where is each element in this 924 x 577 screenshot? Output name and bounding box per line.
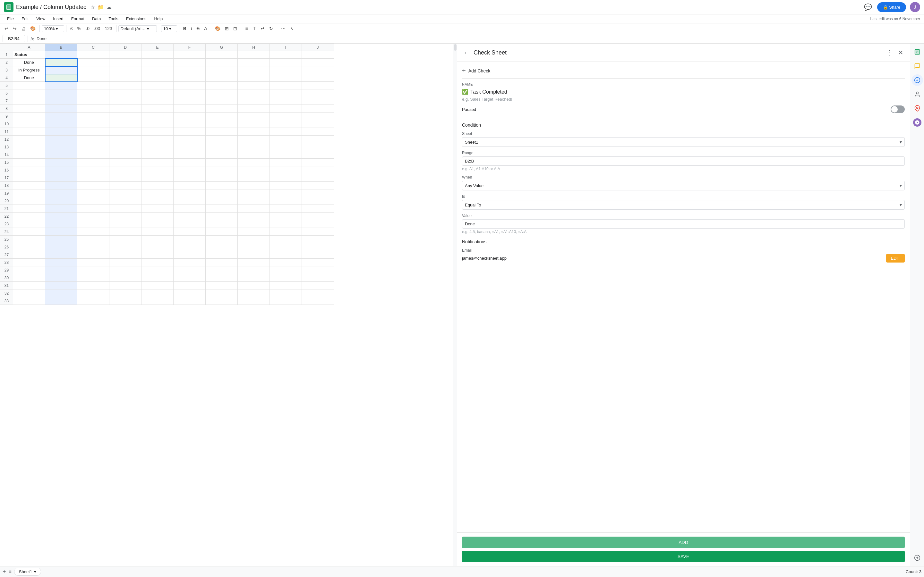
cell-r18-c3[interactable] xyxy=(78,182,110,189)
menu-view[interactable]: View xyxy=(33,15,48,23)
cell-r3-c7[interactable] xyxy=(206,66,238,74)
menu-format[interactable]: Format xyxy=(68,15,87,23)
font-size-select[interactable]: 10 ▾ xyxy=(161,25,177,32)
cell-r21-c10[interactable] xyxy=(302,205,334,213)
cell-r16-c6[interactable] xyxy=(174,166,206,174)
border-button[interactable]: ⊞ xyxy=(223,25,231,32)
cell-r2-c7[interactable] xyxy=(206,59,238,66)
cell-r9-c3[interactable] xyxy=(78,113,110,120)
cell-r10-c2[interactable] xyxy=(45,120,78,128)
cell-r26-c4[interactable] xyxy=(110,243,142,251)
cell-r11-c4[interactable] xyxy=(110,128,142,135)
cell-r25-c1[interactable] xyxy=(13,235,45,243)
cell-r32-c9[interactable] xyxy=(270,290,302,297)
cell-r31-c6[interactable] xyxy=(174,282,206,290)
sheet-dropdown[interactable]: Sheet1 ▾ xyxy=(462,137,905,147)
sidebar-maps-icon[interactable] xyxy=(911,103,923,114)
cell-r32-c5[interactable] xyxy=(142,290,174,297)
redo-button[interactable]: ↪ xyxy=(11,25,19,32)
row-header-16[interactable]: 16 xyxy=(0,166,13,174)
cell-r10-c1[interactable] xyxy=(13,120,45,128)
row-header-15[interactable]: 15 xyxy=(0,159,13,166)
cell-r27-c2[interactable] xyxy=(45,251,78,259)
sidebar-checksheet-icon[interactable] xyxy=(911,74,923,86)
cell-r28-c7[interactable] xyxy=(206,259,238,266)
cell-r14-c8[interactable] xyxy=(238,151,270,159)
menu-file[interactable]: File xyxy=(4,15,17,23)
cell-r32-c8[interactable] xyxy=(238,290,270,297)
cell-r4-c6[interactable] xyxy=(174,74,206,82)
paintformat-button[interactable]: 🎨 xyxy=(28,25,37,32)
cell-r22-c3[interactable] xyxy=(78,213,110,220)
cell-r30-c7[interactable] xyxy=(206,274,238,282)
cell-r21-c1[interactable] xyxy=(13,205,45,213)
row-header-20[interactable]: 20 xyxy=(0,197,13,205)
row-header-17[interactable]: 17 xyxy=(0,174,13,182)
cell-r28-c10[interactable] xyxy=(302,259,334,266)
add-button[interactable]: ADD xyxy=(462,537,905,548)
print-button[interactable]: 🖨 xyxy=(19,25,27,32)
cell-r10-c3[interactable] xyxy=(78,120,110,128)
cell-r10-c8[interactable] xyxy=(238,120,270,128)
cell-r20-c8[interactable] xyxy=(238,197,270,205)
cell-r20-c3[interactable] xyxy=(78,197,110,205)
vertical-scrollbar[interactable] xyxy=(453,44,457,566)
cell-r9-c6[interactable] xyxy=(174,113,206,120)
zoom-select[interactable]: 100% ▾ xyxy=(42,25,64,32)
cell-r12-c7[interactable] xyxy=(206,135,238,143)
cell-r2-c4[interactable] xyxy=(110,59,142,66)
cell-r2-c6[interactable] xyxy=(174,59,206,66)
cell-r18-c2[interactable] xyxy=(45,182,78,189)
sidebar-add-icon[interactable] xyxy=(911,552,923,564)
cell-r30-c6[interactable] xyxy=(174,274,206,282)
cell-r23-c4[interactable] xyxy=(110,220,142,228)
row-header-33[interactable]: 33 xyxy=(0,297,13,305)
col-header-f[interactable]: F xyxy=(174,44,206,51)
row-header-12[interactable]: 12 xyxy=(0,135,13,143)
cell-r33-c6[interactable] xyxy=(174,297,206,305)
more-button[interactable]: ⋯ xyxy=(279,25,288,32)
cell-r18-c6[interactable] xyxy=(174,182,206,189)
cell-r1-c3[interactable] xyxy=(78,51,110,59)
cell-r13-c8[interactable] xyxy=(238,143,270,151)
cell-r15-c6[interactable] xyxy=(174,159,206,166)
cell-r32-c7[interactable] xyxy=(206,290,238,297)
cell-r20-c7[interactable] xyxy=(206,197,238,205)
row-header-5[interactable]: 5 xyxy=(0,82,13,89)
row-header-25[interactable]: 25 xyxy=(0,235,13,243)
row-header-23[interactable]: 23 xyxy=(0,220,13,228)
cell-r23-c10[interactable] xyxy=(302,220,334,228)
row-header-19[interactable]: 19 xyxy=(0,189,13,197)
cell-r6-c7[interactable] xyxy=(206,89,238,97)
cell-r23-c5[interactable] xyxy=(142,220,174,228)
cell-r5-c9[interactable] xyxy=(270,82,302,89)
cell-r14-c5[interactable] xyxy=(142,151,174,159)
cell-r3-c1[interactable]: In Progress xyxy=(13,66,45,74)
cell-r1-c4[interactable] xyxy=(110,51,142,59)
col-header-e[interactable]: E xyxy=(142,44,174,51)
cell-r6-c4[interactable] xyxy=(110,89,142,97)
cell-r22-c5[interactable] xyxy=(142,213,174,220)
cell-r8-c9[interactable] xyxy=(270,105,302,113)
cell-r3-c4[interactable] xyxy=(110,66,142,74)
cell-r9-c10[interactable] xyxy=(302,113,334,120)
cell-r23-c3[interactable] xyxy=(78,220,110,228)
cell-r13-c4[interactable] xyxy=(110,143,142,151)
cell-r14-c4[interactable] xyxy=(110,151,142,159)
cell-r2-c3[interactable] xyxy=(78,59,110,66)
cell-r29-c5[interactable] xyxy=(142,266,174,274)
cell-r1-c9[interactable] xyxy=(270,51,302,59)
cell-r19-c7[interactable] xyxy=(206,189,238,197)
cell-r9-c1[interactable] xyxy=(13,113,45,120)
cell-r20-c4[interactable] xyxy=(110,197,142,205)
star-icon[interactable]: ☆ xyxy=(90,4,95,10)
cell-r9-c7[interactable] xyxy=(206,113,238,120)
cell-r27-c9[interactable] xyxy=(270,251,302,259)
cell-r7-c4[interactable] xyxy=(110,97,142,105)
col-header-g[interactable]: G xyxy=(206,44,238,51)
wrap-button[interactable]: ↵ xyxy=(259,25,267,32)
cell-r25-c4[interactable] xyxy=(110,235,142,243)
cell-r17-c8[interactable] xyxy=(238,174,270,182)
grid-wrapper[interactable]: A B C D E F G H I J 1Status2D xyxy=(0,44,453,566)
cell-r12-c10[interactable] xyxy=(302,135,334,143)
